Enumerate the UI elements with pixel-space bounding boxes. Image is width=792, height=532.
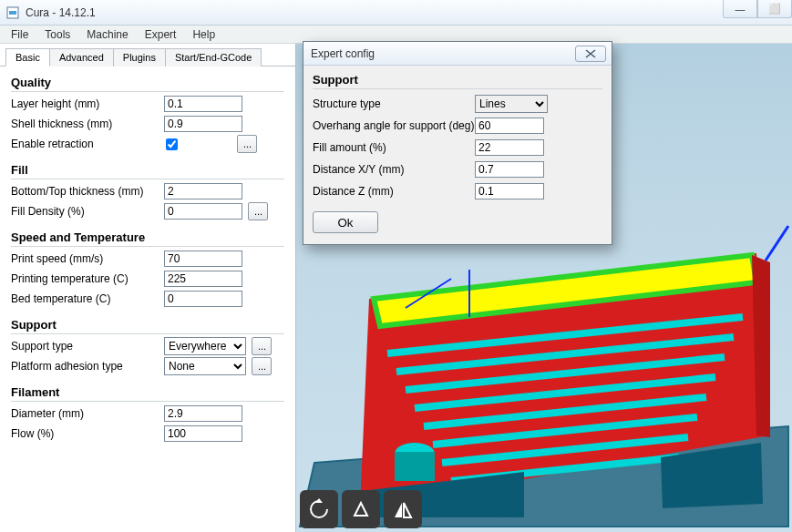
- section-speedtemp: Speed and Temperature: [11, 230, 284, 247]
- input-print-temp[interactable]: [164, 271, 242, 287]
- section-filament: Filament: [11, 385, 284, 402]
- svg-marker-24: [404, 503, 411, 517]
- ok-button[interactable]: Ok: [313, 211, 378, 233]
- svg-rect-1: [9, 11, 16, 15]
- section-quality: Quality: [11, 76, 284, 92]
- label-overhang-angle: Overhang angle for support (deg): [313, 119, 475, 132]
- tab-advanced[interactable]: Advanced: [49, 48, 114, 66]
- tab-basic[interactable]: Basic: [5, 48, 50, 66]
- select-structure-type[interactable]: Lines: [475, 95, 548, 113]
- input-layer-height[interactable]: [164, 96, 242, 112]
- input-diameter[interactable]: [164, 405, 242, 422]
- label-enable-retraction: Enable retraction: [11, 138, 164, 150]
- dialog-section-support: Support: [313, 73, 602, 89]
- label-structure-type: Structure type: [313, 97, 475, 110]
- input-fill-amount[interactable]: [475, 139, 544, 156]
- select-support-type[interactable]: Everywhere: [164, 337, 246, 355]
- title-bar: Cura - 14.12.1 — ⬜: [0, 0, 792, 26]
- input-print-speed[interactable]: [164, 251, 242, 267]
- tab-plugins[interactable]: Plugins: [113, 48, 166, 66]
- input-overhang-angle[interactable]: [475, 118, 544, 134]
- svg-marker-23: [395, 503, 402, 517]
- menu-expert[interactable]: Expert: [138, 26, 184, 43]
- support-settings-button[interactable]: ...: [252, 337, 272, 355]
- svg-rect-19: [395, 452, 435, 481]
- input-flow[interactable]: [164, 425, 242, 442]
- app-icon: [5, 5, 20, 20]
- dialog-close-button[interactable]: [575, 46, 606, 62]
- rotate-tool-button[interactable]: [300, 490, 338, 528]
- input-bed-temp[interactable]: [164, 291, 242, 307]
- input-shell-thickness[interactable]: [164, 116, 242, 132]
- tab-bar: Basic Advanced Plugins Start/End-GCode: [0, 44, 295, 66]
- label-support-type: Support type: [11, 340, 164, 353]
- label-distance-z: Distance Z (mm): [313, 185, 475, 198]
- window-title: Cura - 14.12.1: [26, 6, 96, 19]
- select-adhesion-type[interactable]: None: [164, 357, 246, 375]
- input-distance-z[interactable]: [475, 183, 544, 200]
- label-bottom-top: Bottom/Top thickness (mm): [11, 185, 164, 198]
- dialog-title: Expert config: [311, 47, 375, 60]
- minimize-button[interactable]: —: [723, 0, 757, 18]
- label-bed-temp: Bed temperature (C): [11, 292, 164, 305]
- menu-machine[interactable]: Machine: [79, 26, 135, 43]
- input-bottom-top[interactable]: [164, 183, 242, 200]
- checkbox-enable-retraction[interactable]: [166, 138, 178, 150]
- label-shell-thickness: Shell thickness (mm): [11, 118, 164, 130]
- mirror-tool-button[interactable]: [384, 490, 422, 528]
- input-fill-density[interactable]: [164, 203, 242, 220]
- menu-help[interactable]: Help: [185, 26, 222, 43]
- fill-settings-button[interactable]: ...: [248, 202, 268, 220]
- svg-line-20: [766, 226, 788, 261]
- label-distance-xy: Distance X/Y (mm): [313, 163, 475, 176]
- section-fill: Fill: [11, 163, 284, 179]
- label-layer-height: Layer height (mm): [11, 97, 164, 110]
- expert-config-dialog: Expert config Support Structure type Lin…: [303, 41, 612, 245]
- dialog-title-bar[interactable]: Expert config: [303, 42, 612, 66]
- label-adhesion-type: Platform adhesion type: [11, 360, 164, 373]
- label-flow: Flow (%): [11, 427, 164, 440]
- input-distance-xy[interactable]: [475, 161, 544, 178]
- adhesion-settings-button[interactable]: ...: [252, 357, 272, 375]
- svg-marker-22: [355, 503, 367, 516]
- label-print-speed: Print speed (mm/s): [11, 252, 164, 265]
- label-fill-amount: Fill amount (%): [313, 141, 475, 154]
- scale-tool-button[interactable]: [342, 490, 380, 528]
- label-diameter: Diameter (mm): [11, 407, 164, 420]
- retraction-settings-button[interactable]: ...: [237, 135, 257, 153]
- menu-tools[interactable]: Tools: [37, 26, 77, 43]
- label-fill-density: Fill Density (%): [11, 205, 164, 218]
- maximize-button[interactable]: ⬜: [757, 0, 792, 18]
- section-support: Support: [11, 318, 284, 334]
- view-toolbar: [300, 490, 422, 528]
- tab-gcode[interactable]: Start/End-GCode: [165, 48, 262, 66]
- settings-panel: Basic Advanced Plugins Start/End-GCode Q…: [0, 44, 296, 532]
- label-print-temp: Printing temperature (C): [11, 272, 164, 285]
- menu-file[interactable]: File: [4, 26, 36, 43]
